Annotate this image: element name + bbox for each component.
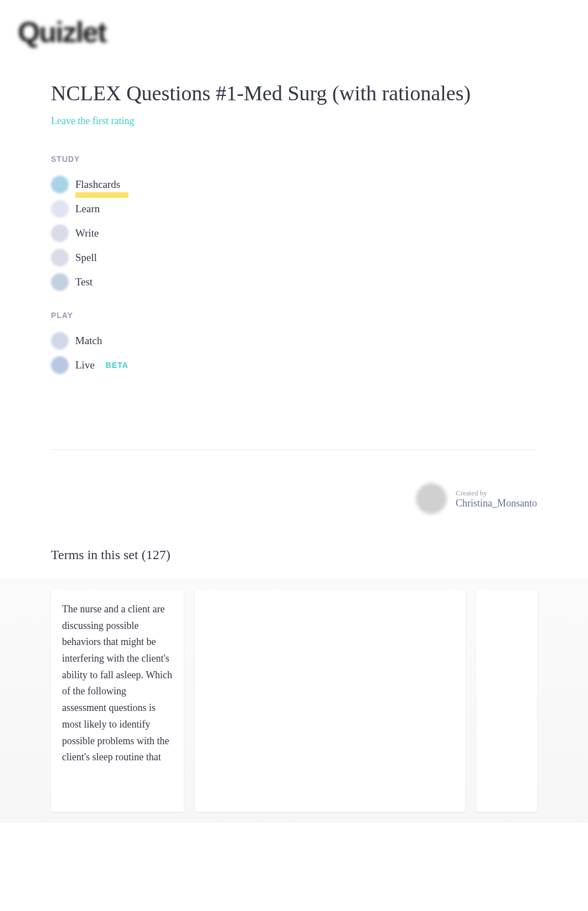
mode-write[interactable]: Write <box>51 221 537 245</box>
beta-badge: BETA <box>106 361 128 370</box>
test-icon <box>51 273 69 291</box>
term-question-text: The nurse and a client are discussing po… <box>62 601 173 766</box>
mode-match[interactable]: Match <box>51 329 537 353</box>
write-icon <box>51 224 69 242</box>
spell-icon <box>51 249 69 267</box>
mode-label: Test <box>75 276 92 288</box>
mode-spell[interactable]: Spell <box>51 245 537 270</box>
creator-box[interactable]: Created by Christina_Monsanto <box>51 472 537 525</box>
avatar <box>416 483 447 514</box>
term-question-card[interactable]: The nurse and a client are discussing po… <box>51 590 184 812</box>
mode-learn[interactable]: Learn <box>51 197 537 221</box>
mode-label: Flashcards <box>75 178 120 191</box>
terms-header: Terms in this set (127) <box>51 547 537 562</box>
mode-label: Learn <box>75 203 100 215</box>
mode-test[interactable]: Test <box>51 270 537 294</box>
mode-label: Spell <box>75 252 97 264</box>
study-section-label: STUDY <box>51 155 537 163</box>
created-by-label: Created by <box>456 489 537 498</box>
term-answer-card[interactable] <box>195 590 465 812</box>
creator-name: Christina_Monsanto <box>456 498 537 509</box>
mode-flashcards[interactable]: Flashcards <box>51 172 537 197</box>
quizlet-logo[interactable]: Quizlet <box>0 0 588 64</box>
logo-text: Quizlet <box>18 16 106 48</box>
mode-label: Write <box>75 227 99 239</box>
study-modes-list: Flashcards Learn Write Spell Test <box>51 172 537 294</box>
set-title: NCLEX Questions #1-Med Surg (with ration… <box>51 81 537 105</box>
mode-label: Live <box>75 359 95 371</box>
divider <box>51 449 537 450</box>
learn-icon <box>51 200 69 218</box>
match-icon <box>51 332 69 350</box>
terms-container: The nurse and a client are discussing po… <box>0 579 588 823</box>
flashcards-icon <box>51 176 69 193</box>
live-icon <box>51 356 69 374</box>
creator-info: Created by Christina_Monsanto <box>456 489 537 509</box>
term-side-card[interactable] <box>476 590 537 812</box>
play-modes-list: Match Live BETA <box>51 329 537 377</box>
mode-label: Match <box>75 335 102 347</box>
term-row: The nurse and a client are discussing po… <box>51 590 537 812</box>
rating-link[interactable]: Leave the first rating <box>51 115 134 127</box>
play-section-label: PLAY <box>51 311 537 320</box>
mode-live[interactable]: Live BETA <box>51 353 537 377</box>
